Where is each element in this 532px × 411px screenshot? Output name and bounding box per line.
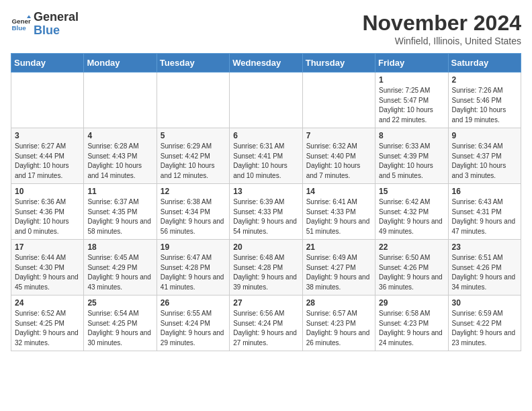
day-info: Sunrise: 6:28 AM Sunset: 4:43 PM Dayligh… (87, 142, 152, 181)
calendar-cell: 17Sunrise: 6:44 AM Sunset: 4:30 PM Dayli… (11, 240, 84, 295)
day-number: 29 (379, 298, 444, 308)
day-info: Sunrise: 7:25 AM Sunset: 5:47 PM Dayligh… (379, 86, 444, 125)
day-info: Sunrise: 6:59 AM Sunset: 4:22 PM Dayligh… (452, 309, 517, 348)
day-info: Sunrise: 6:38 AM Sunset: 4:34 PM Dayligh… (161, 197, 226, 236)
week-row-2: 10Sunrise: 6:36 AM Sunset: 4:36 PM Dayli… (11, 184, 521, 240)
weekday-header-row: SundayMondayTuesdayWednesdayThursdayFrid… (11, 54, 521, 73)
week-row-1: 3Sunrise: 6:27 AM Sunset: 4:44 PM Daylig… (11, 128, 521, 184)
day-info: Sunrise: 6:43 AM Sunset: 4:31 PM Dayligh… (452, 197, 517, 236)
day-info: Sunrise: 6:55 AM Sunset: 4:24 PM Dayligh… (161, 309, 226, 348)
day-number: 26 (161, 298, 226, 308)
calendar-cell (157, 73, 229, 128)
day-number: 8 (379, 131, 444, 140)
day-info: Sunrise: 6:58 AM Sunset: 4:23 PM Dayligh… (379, 309, 444, 348)
svg-text:Blue: Blue (12, 24, 27, 32)
day-number: 10 (15, 187, 80, 196)
calendar-cell: 14Sunrise: 6:41 AM Sunset: 4:33 PM Dayli… (302, 184, 375, 240)
day-number: 21 (306, 242, 371, 252)
calendar-cell: 6Sunrise: 6:31 AM Sunset: 4:41 PM Daylig… (230, 128, 302, 184)
day-number: 24 (15, 298, 80, 308)
day-number: 11 (87, 187, 152, 196)
day-number: 17 (15, 242, 80, 252)
calendar-cell: 3Sunrise: 6:27 AM Sunset: 4:44 PM Daylig… (11, 128, 84, 184)
day-number: 13 (233, 187, 298, 196)
calendar-header: SundayMondayTuesdayWednesdayThursdayFrid… (11, 54, 521, 73)
day-number: 18 (87, 242, 152, 252)
page-header: General Blue General Blue November 2024 … (11, 11, 521, 46)
calendar-cell: 13Sunrise: 6:39 AM Sunset: 4:33 PM Dayli… (230, 184, 302, 240)
day-info: Sunrise: 6:36 AM Sunset: 4:36 PM Dayligh… (15, 197, 80, 236)
calendar-cell: 19Sunrise: 6:47 AM Sunset: 4:28 PM Dayli… (157, 240, 229, 295)
calendar-cell (84, 73, 157, 128)
calendar-cell: 12Sunrise: 6:38 AM Sunset: 4:34 PM Dayli… (157, 184, 229, 240)
day-info: Sunrise: 6:39 AM Sunset: 4:33 PM Dayligh… (233, 197, 298, 236)
day-info: Sunrise: 6:37 AM Sunset: 4:35 PM Dayligh… (87, 197, 152, 236)
calendar-cell: 11Sunrise: 6:37 AM Sunset: 4:35 PM Dayli… (84, 184, 157, 240)
day-info: Sunrise: 6:34 AM Sunset: 4:37 PM Dayligh… (452, 142, 517, 181)
calendar-cell: 4Sunrise: 6:28 AM Sunset: 4:43 PM Daylig… (84, 128, 157, 184)
week-row-3: 17Sunrise: 6:44 AM Sunset: 4:30 PM Dayli… (11, 240, 521, 295)
calendar-cell (11, 73, 84, 128)
day-info: Sunrise: 6:57 AM Sunset: 4:23 PM Dayligh… (306, 309, 371, 348)
calendar-cell: 28Sunrise: 6:57 AM Sunset: 4:23 PM Dayli… (302, 295, 375, 351)
location: Winfield, Illinois, United States (362, 36, 521, 46)
day-info: Sunrise: 6:50 AM Sunset: 4:26 PM Dayligh… (379, 253, 444, 292)
day-number: 30 (452, 298, 517, 308)
calendar-cell: 23Sunrise: 6:51 AM Sunset: 4:26 PM Dayli… (448, 240, 521, 295)
calendar-cell: 16Sunrise: 6:43 AM Sunset: 4:31 PM Dayli… (448, 184, 521, 240)
calendar-cell: 18Sunrise: 6:45 AM Sunset: 4:29 PM Dayli… (84, 240, 157, 295)
day-number: 3 (15, 131, 80, 140)
day-number: 23 (452, 242, 517, 252)
calendar-cell: 25Sunrise: 6:54 AM Sunset: 4:25 PM Dayli… (84, 295, 157, 351)
calendar-cell: 8Sunrise: 6:33 AM Sunset: 4:39 PM Daylig… (375, 128, 448, 184)
day-number: 5 (161, 131, 226, 140)
calendar-cell: 7Sunrise: 6:32 AM Sunset: 4:40 PM Daylig… (302, 128, 375, 184)
logo-icon: General Blue (11, 14, 31, 34)
calendar-cell: 22Sunrise: 6:50 AM Sunset: 4:26 PM Dayli… (375, 240, 448, 295)
day-info: Sunrise: 6:33 AM Sunset: 4:39 PM Dayligh… (379, 142, 444, 181)
weekday-header-tuesday: Tuesday (157, 54, 229, 73)
day-info: Sunrise: 6:44 AM Sunset: 4:30 PM Dayligh… (15, 253, 80, 292)
day-number: 12 (161, 187, 226, 196)
calendar-cell: 30Sunrise: 6:59 AM Sunset: 4:22 PM Dayli… (448, 295, 521, 351)
day-info: Sunrise: 6:48 AM Sunset: 4:28 PM Dayligh… (233, 253, 298, 292)
day-number: 7 (306, 131, 371, 140)
calendar-cell: 2Sunrise: 7:26 AM Sunset: 5:46 PM Daylig… (448, 73, 521, 128)
title-block: November 2024 Winfield, Illinois, United… (362, 11, 521, 46)
day-info: Sunrise: 6:27 AM Sunset: 4:44 PM Dayligh… (15, 142, 80, 181)
day-number: 28 (306, 298, 371, 308)
day-info: Sunrise: 6:29 AM Sunset: 4:42 PM Dayligh… (161, 142, 226, 181)
day-number: 19 (161, 242, 226, 252)
calendar-cell: 29Sunrise: 6:58 AM Sunset: 4:23 PM Dayli… (375, 295, 448, 351)
calendar-body: 1Sunrise: 7:25 AM Sunset: 5:47 PM Daylig… (11, 73, 521, 351)
day-number: 25 (87, 298, 152, 308)
day-info: Sunrise: 6:56 AM Sunset: 4:24 PM Dayligh… (233, 309, 298, 348)
logo: General Blue General Blue (11, 11, 79, 38)
svg-text:General: General (12, 17, 32, 24)
weekday-header-friday: Friday (375, 54, 448, 73)
weekday-header-sunday: Sunday (11, 54, 84, 73)
calendar-cell: 5Sunrise: 6:29 AM Sunset: 4:42 PM Daylig… (157, 128, 229, 184)
calendar-cell: 26Sunrise: 6:55 AM Sunset: 4:24 PM Dayli… (157, 295, 229, 351)
calendar-cell (230, 73, 302, 128)
month-title: November 2024 (362, 11, 521, 36)
weekday-header-monday: Monday (84, 54, 157, 73)
weekday-header-thursday: Thursday (302, 54, 375, 73)
weekday-header-saturday: Saturday (448, 54, 521, 73)
day-number: 9 (452, 131, 517, 140)
day-number: 22 (379, 242, 444, 252)
day-info: Sunrise: 6:31 AM Sunset: 4:41 PM Dayligh… (233, 142, 298, 181)
weekday-header-wednesday: Wednesday (230, 54, 302, 73)
calendar-cell: 9Sunrise: 6:34 AM Sunset: 4:37 PM Daylig… (448, 128, 521, 184)
calendar-cell: 27Sunrise: 6:56 AM Sunset: 4:24 PM Dayli… (230, 295, 302, 351)
day-info: Sunrise: 6:54 AM Sunset: 4:25 PM Dayligh… (87, 309, 152, 348)
day-info: Sunrise: 6:51 AM Sunset: 4:26 PM Dayligh… (452, 253, 517, 292)
day-info: Sunrise: 6:41 AM Sunset: 4:33 PM Dayligh… (306, 197, 371, 236)
calendar-cell (302, 73, 375, 128)
day-number: 4 (87, 131, 152, 140)
day-info: Sunrise: 6:45 AM Sunset: 4:29 PM Dayligh… (87, 253, 152, 292)
day-number: 14 (306, 187, 371, 196)
day-number: 27 (233, 298, 298, 308)
day-number: 20 (233, 242, 298, 252)
logo-text: General Blue (34, 11, 79, 38)
